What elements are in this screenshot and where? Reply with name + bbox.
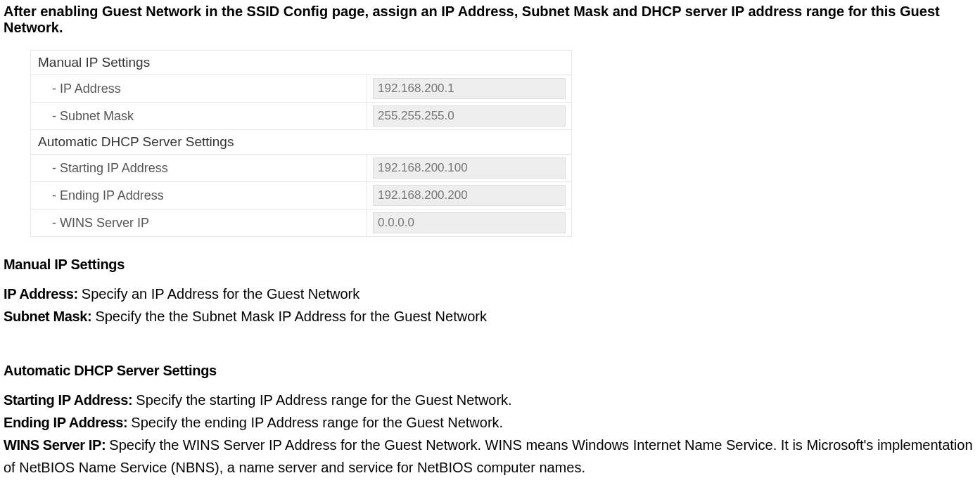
starting-ip-term: Starting IP Address: — [4, 392, 136, 408]
ending-ip-desc-text: Specify the ending IP Address range for … — [131, 415, 503, 430]
manual-ip-header-row: Manual IP Settings — [31, 51, 572, 75]
ending-ip-row: - Ending IP Address — [31, 182, 572, 209]
ip-address-input[interactable] — [373, 78, 566, 99]
subnet-mask-term: Subnet Mask: — [4, 309, 95, 324]
starting-ip-description: Starting IP Address: Specify the startin… — [4, 389, 980, 411]
ending-ip-input[interactable] — [373, 185, 566, 206]
settings-table: Manual IP Settings - IP Address - Subnet… — [30, 50, 572, 237]
ending-ip-label: - Ending IP Address — [31, 182, 367, 209]
intro-text: After enabling Guest Network in the SSID… — [4, 4, 980, 36]
wins-ip-term: WINS Server IP: — [4, 437, 109, 453]
starting-ip-row: - Starting IP Address — [31, 155, 572, 182]
ending-ip-term: Ending IP Address: — [4, 415, 131, 430]
wins-ip-description: WINS Server IP: Specify the WINS Server … — [4, 434, 980, 479]
ip-address-row: - IP Address — [31, 75, 572, 103]
starting-ip-label: - Starting IP Address — [31, 155, 367, 182]
manual-ip-section-title: Manual IP Settings — [4, 257, 980, 273]
ip-address-term: IP Address: — [4, 286, 82, 302]
wins-ip-desc-text: Specify the WINS Server IP Address for t… — [4, 437, 973, 475]
ending-ip-description: Ending IP Address: Specify the ending IP… — [4, 411, 980, 434]
subnet-mask-input[interactable] — [373, 105, 566, 127]
wins-ip-row: - WINS Server IP — [31, 209, 572, 237]
starting-ip-input[interactable] — [373, 157, 566, 179]
manual-ip-header: Manual IP Settings — [31, 51, 572, 75]
starting-ip-desc-text: Specify the starting IP Address range fo… — [136, 392, 511, 408]
subnet-mask-description: Subnet Mask: Specify the the Subnet Mask… — [4, 305, 980, 328]
dhcp-header-row: Automatic DHCP Server Settings — [31, 130, 572, 155]
dhcp-header: Automatic DHCP Server Settings — [31, 130, 572, 155]
ip-address-label: - IP Address — [31, 75, 367, 103]
wins-ip-label: - WINS Server IP — [31, 209, 367, 237]
dhcp-section-title: Automatic DHCP Server Settings — [4, 363, 980, 379]
ip-address-desc-text: Specify an IP Address for the Guest Netw… — [82, 286, 359, 302]
subnet-mask-label: - Subnet Mask — [31, 103, 367, 130]
ip-address-description: IP Address: Specify an IP Address for th… — [4, 283, 980, 305]
subnet-mask-desc-text: Specify the the Subnet Mask IP Address f… — [95, 309, 487, 324]
subnet-mask-row: - Subnet Mask — [31, 103, 572, 130]
wins-ip-input[interactable] — [373, 212, 566, 233]
